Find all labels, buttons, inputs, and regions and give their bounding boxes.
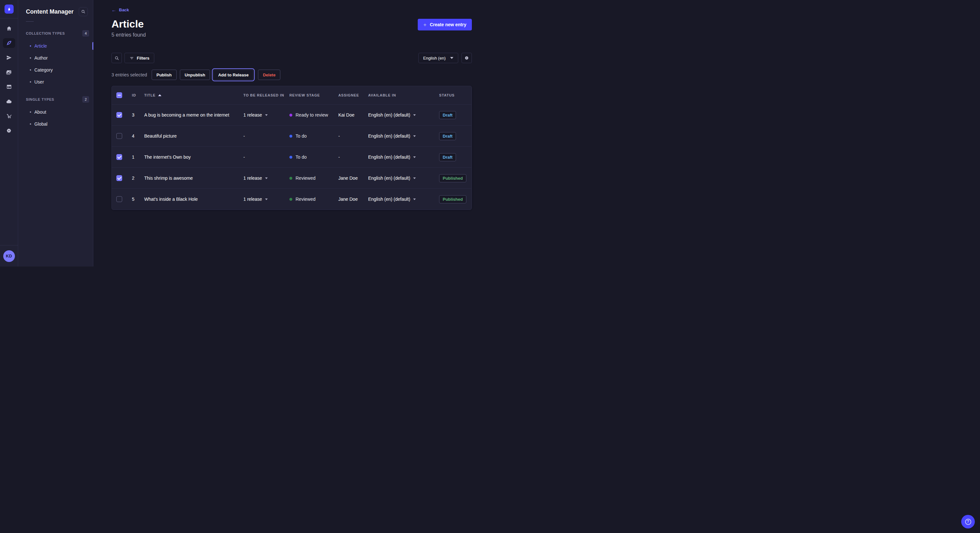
table-row[interactable]: 1 The internet's Own boy - To do - Engli… <box>112 146 471 167</box>
search-icon <box>115 56 119 60</box>
locale-select[interactable]: English (en) <box>418 53 458 63</box>
cell-released-in[interactable]: 1 release <box>243 197 290 202</box>
chevron-down-icon <box>265 114 268 116</box>
bullet-icon <box>30 69 31 71</box>
unpublish-button[interactable]: Unpublish <box>180 70 210 80</box>
cell-available-in[interactable]: English (en) (default) <box>368 176 439 181</box>
cell-available-in[interactable]: English (en) (default) <box>368 154 439 160</box>
sidebar-search-button[interactable] <box>79 7 88 16</box>
row-checkbox[interactable] <box>116 133 122 139</box>
sidebar-item-author[interactable]: Author <box>18 52 93 64</box>
chevron-down-icon <box>265 178 268 179</box>
sidebar-section: COLLECTION TYPES4ArticleAuthorCategoryUs… <box>18 30 93 88</box>
table-row[interactable]: 4 Beautiful picture - To do - English (e… <box>112 125 471 146</box>
row-checkbox[interactable] <box>116 175 122 181</box>
content-type-builder-icon[interactable] <box>3 82 15 92</box>
search-button[interactable] <box>111 53 122 63</box>
marketplace-cart-icon[interactable] <box>3 111 15 121</box>
cell-available-in[interactable]: English (en) (default) <box>368 197 439 202</box>
chevron-down-icon <box>413 156 416 158</box>
column-header-review-stage[interactable]: REVIEW STAGE <box>290 93 338 97</box>
sidebar-item-article[interactable]: Article <box>18 40 93 52</box>
settings-gear-icon[interactable] <box>3 125 15 135</box>
column-header-status[interactable]: STATUS <box>439 93 471 97</box>
cell-released-in[interactable]: 1 release <box>243 176 290 181</box>
cell-review-stage: To do <box>290 154 338 160</box>
create-new-entry-button[interactable]: + Create new entry <box>418 19 472 30</box>
publish-button[interactable]: Publish <box>152 70 177 80</box>
column-header-released-in[interactable]: TO BE RELEASED IN <box>243 93 290 97</box>
chevron-down-icon <box>413 135 416 137</box>
filter-icon <box>129 56 134 60</box>
chevron-down-icon <box>413 114 416 116</box>
table-row[interactable]: 3 A bug is becoming a meme on the intern… <box>112 104 471 125</box>
review-stage-dot <box>290 135 292 138</box>
bullet-icon <box>30 81 31 82</box>
column-header-assignee[interactable]: ASSIGNEE <box>338 93 368 97</box>
releases-send-icon[interactable] <box>3 53 15 62</box>
selection-summary: 3 entries selected <box>111 72 147 78</box>
cell-released-in: - <box>243 154 290 160</box>
table-row[interactable]: 2 This shrimp is awesome 1 release Revie… <box>112 167 471 189</box>
sidebar-item-about[interactable]: About <box>18 106 93 118</box>
cell-title: A bug is becoming a meme on the internet <box>144 113 243 117</box>
sidebar-item-user[interactable]: User <box>18 76 93 88</box>
nav-rail: KD <box>0 0 18 266</box>
chevron-down-icon <box>450 57 453 59</box>
sort-ascending-icon <box>158 94 161 96</box>
filters-button[interactable]: Filters <box>124 53 154 63</box>
list-toolbar: Filters English (en) <box>111 53 472 63</box>
cell-released-in[interactable]: 1 release <box>243 113 290 117</box>
column-header-available-in[interactable]: AVAILABLE IN <box>368 93 439 97</box>
rail-nav-items <box>0 19 18 245</box>
home-icon[interactable] <box>3 24 15 33</box>
status-badge: Draft <box>439 132 456 140</box>
cell-available-in[interactable]: English (en) (default) <box>368 113 439 117</box>
content-manager-icon[interactable] <box>3 38 15 48</box>
cell-id: 3 <box>132 113 144 117</box>
column-header-title[interactable]: TITLE <box>144 93 243 97</box>
review-stage-dot <box>290 198 292 201</box>
bullet-icon <box>30 57 31 59</box>
column-header-id[interactable]: ID <box>132 93 144 97</box>
chevron-down-icon <box>413 198 416 200</box>
row-checkbox[interactable] <box>116 196 122 202</box>
selection-action-bar: 3 entries selected Publish Unpublish Add… <box>111 70 472 80</box>
status-badge: Draft <box>439 153 456 161</box>
cloud-icon[interactable] <box>3 97 15 106</box>
cell-title: This shrimp is awesome <box>144 176 243 181</box>
cell-review-stage: Ready to review <box>290 113 338 117</box>
chevron-down-icon <box>413 178 416 179</box>
sidebar-item-global[interactable]: Global <box>18 118 93 130</box>
delete-button[interactable]: Delete <box>258 70 280 80</box>
cell-available-in[interactable]: English (en) (default) <box>368 133 439 139</box>
main-content: ← Back Article 5 entries found + Create … <box>93 0 490 266</box>
cell-id: 2 <box>132 176 144 181</box>
bullet-icon <box>30 124 31 125</box>
cell-assignee: Jane Doe <box>338 197 368 202</box>
row-checkbox[interactable] <box>116 154 122 160</box>
cell-assignee: Jane Doe <box>338 176 368 181</box>
chevron-down-icon <box>265 198 268 200</box>
cell-review-stage: Reviewed <box>290 197 338 202</box>
user-avatar[interactable]: KD <box>3 250 15 262</box>
sidebar-sections: COLLECTION TYPES4ArticleAuthorCategoryUs… <box>18 30 93 130</box>
content-manager-sidebar: Content Manager COLLECTION TYPES4Article… <box>18 0 93 266</box>
row-checkbox[interactable] <box>116 112 122 118</box>
cell-assignee: - <box>338 133 368 139</box>
plus-icon: + <box>423 22 426 27</box>
back-link[interactable]: ← Back <box>111 8 129 12</box>
strapi-logo-icon[interactable] <box>5 5 14 14</box>
sidebar-divider <box>26 21 34 22</box>
cell-released-in: - <box>243 133 290 139</box>
review-stage-dot <box>290 177 292 180</box>
add-to-release-button[interactable]: Add to Release <box>213 70 253 80</box>
select-all-checkbox[interactable] <box>116 92 122 98</box>
cell-assignee: - <box>338 154 368 160</box>
sidebar-item-category[interactable]: Category <box>18 64 93 76</box>
entries-table: ID TITLE TO BE RELEASED IN REVIEW STAGE … <box>111 86 472 210</box>
cell-review-stage: Reviewed <box>290 176 338 181</box>
view-settings-button[interactable] <box>461 53 472 63</box>
media-library-icon[interactable] <box>3 67 15 77</box>
table-row[interactable]: 5 What's inside a Black Hole 1 release R… <box>112 189 471 209</box>
